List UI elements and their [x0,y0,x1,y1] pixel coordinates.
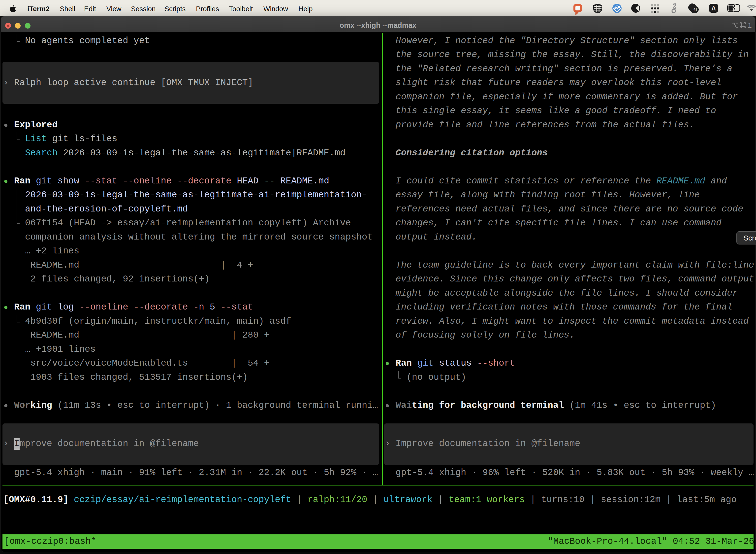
svg-text:..61: ..61 [692,8,697,12]
